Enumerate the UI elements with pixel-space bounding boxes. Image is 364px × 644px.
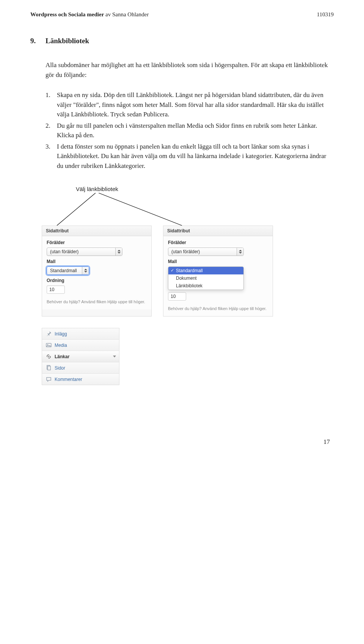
parent-label: Förälder (47, 240, 147, 245)
mall-label: Mall (168, 259, 268, 264)
nav-label: Sidor (55, 365, 65, 371)
nav-item-media[interactable]: Media (42, 340, 119, 351)
comments-icon (46, 376, 52, 382)
chevron-down-icon (113, 356, 116, 357)
mall-select-value: Standardmall (50, 268, 77, 273)
panel-title: Sidattribut (163, 226, 273, 236)
nav-item-kommentarer[interactable]: Kommentarer (42, 374, 119, 385)
header-title: Wordpress och Sociala medier av Sanna Oh… (30, 11, 149, 18)
sidattribut-panel-right: Sidattribut Förälder (utan förälder) Mal… (163, 226, 273, 317)
pin-icon (46, 331, 52, 337)
step-item: Du går nu till panelen och i vänsterspal… (46, 121, 334, 140)
order-value: 10 (49, 287, 54, 292)
pointer-lines (42, 193, 334, 226)
wp-admin-sidebar: Inlägg Media Länkar Sidor Kommentarer (42, 328, 119, 385)
select-stepper-icon (82, 267, 89, 274)
mall-label: Mall (47, 259, 147, 264)
header-date: 110319 (317, 11, 334, 18)
svg-line-1 (99, 193, 182, 226)
page-number: 17 (30, 438, 334, 446)
nav-label: Kommentarer (55, 377, 82, 382)
svg-rect-5 (48, 366, 51, 370)
order-label: Ordning (47, 278, 147, 283)
order-input[interactable]: 10 (47, 285, 65, 294)
section-number: 9. (30, 37, 46, 45)
section-title: Länkbibliotek (46, 37, 89, 45)
order-input[interactable]: 10 (168, 292, 186, 301)
parent-select-value: (utan förälder) (171, 249, 200, 254)
nav-label: Inlägg (55, 331, 67, 337)
mall-option[interactable]: Standardmall (168, 267, 243, 274)
mall-select[interactable]: Standardmall (47, 266, 89, 275)
header-title-bold: Wordpress och Sociala medier (30, 11, 104, 17)
select-stepper-icon (115, 248, 122, 255)
pages-icon (46, 365, 52, 371)
parent-select[interactable]: (utan förälder) (168, 248, 244, 256)
media-icon (46, 342, 52, 348)
sidattribut-panel-left: Sidattribut Förälder (utan förälder) Mal… (42, 226, 152, 317)
parent-label: Förälder (168, 240, 268, 245)
parent-select[interactable]: (utan förälder) (47, 248, 122, 256)
step-item: Skapa en ny sida. Döp den till Länkbibli… (46, 90, 334, 119)
steps-list: Skapa en ny sida. Döp den till Länkbibli… (46, 90, 334, 171)
step-item: I detta fönster som nu öppnats i panelen… (46, 142, 334, 171)
page-header: Wordpress och Sociala medier av Sanna Oh… (30, 11, 334, 18)
header-title-author: av Sanna Ohlander (104, 11, 149, 17)
parent-select-value: (utan förälder) (50, 249, 78, 254)
help-text: Behöver du hjälp? Använd fliken Hjälp up… (168, 306, 268, 312)
intro-paragraph: Alla subdomäner har möjlighet att ha ett… (46, 60, 334, 80)
svg-line-0 (57, 193, 96, 226)
section-heading: 9. Länkbibliotek (30, 37, 334, 45)
nav-item-inlagg[interactable]: Inlägg (42, 328, 119, 340)
mall-option[interactable]: Länkbibliotek (168, 282, 243, 290)
nav-item-sidor[interactable]: Sidor (42, 362, 119, 374)
nav-label: Länkar (55, 354, 69, 359)
mall-option[interactable]: Dokument (168, 274, 243, 282)
help-text: Behöver du hjälp? Använd fliken Hjälp up… (47, 299, 147, 305)
screenshot-panels: Sidattribut Förälder (utan förälder) Mal… (42, 226, 334, 317)
order-value: 10 (171, 294, 176, 299)
nav-item-lankar[interactable]: Länkar (42, 351, 119, 362)
panel-title: Sidattribut (42, 226, 151, 236)
link-icon (46, 354, 52, 359)
mall-select-open[interactable]: Standardmall Dokument Länkbibliotek (168, 266, 244, 290)
select-stepper-icon (237, 248, 243, 255)
screenshot-caption: Välj länkbibliotek (76, 186, 334, 192)
nav-label: Media (55, 343, 67, 348)
